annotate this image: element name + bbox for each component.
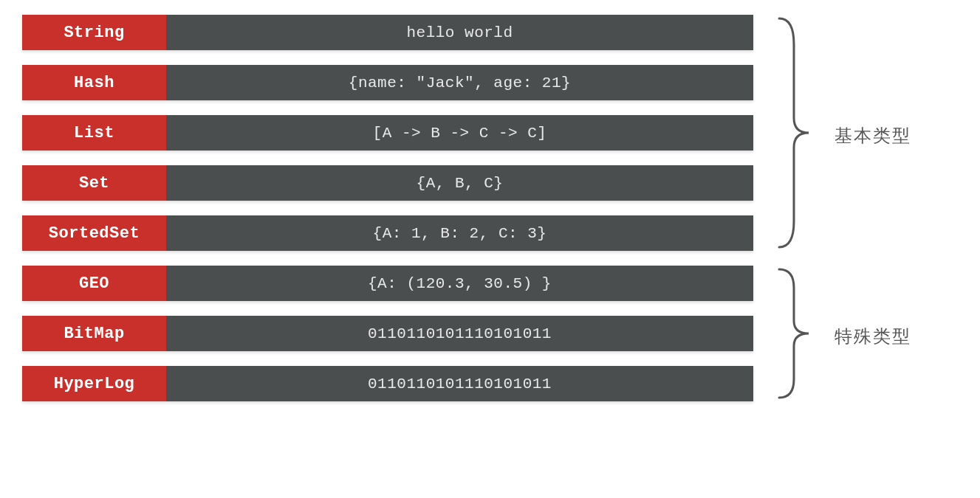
type-value: 0110110101110101011 bbox=[166, 316, 753, 351]
type-label: List bbox=[22, 115, 166, 151]
type-value: {A: 1, B: 2, C: 3} bbox=[166, 215, 753, 251]
table-row: List [A -> B -> C -> C] bbox=[22, 115, 753, 151]
data-type-rows: String hello world Hash {name: "Jack", a… bbox=[22, 15, 753, 401]
type-label: HyperLog bbox=[22, 366, 166, 401]
type-value: 0110110101110101011 bbox=[166, 366, 753, 401]
table-row: String hello world bbox=[22, 15, 753, 50]
type-label: Hash bbox=[22, 65, 166, 100]
table-row: GEO {A: (120.3, 30.5) } bbox=[22, 266, 753, 301]
table-row: HyperLog 0110110101110101011 bbox=[22, 366, 753, 401]
type-value: {name: "Jack", age: 21} bbox=[166, 65, 753, 100]
group-label-basic: 基本类型 bbox=[835, 124, 911, 148]
type-label: Set bbox=[22, 165, 166, 201]
type-label: BitMap bbox=[22, 316, 166, 351]
type-value: hello world bbox=[166, 15, 753, 50]
type-label: SortedSet bbox=[22, 215, 166, 251]
type-label: String bbox=[22, 15, 166, 50]
type-value: {A: (120.3, 30.5) } bbox=[166, 266, 753, 301]
brace-icon bbox=[775, 266, 812, 401]
group-label-special: 特殊类型 bbox=[835, 325, 911, 348]
table-row: SortedSet {A: 1, B: 2, C: 3} bbox=[22, 215, 753, 251]
table-row: Set {A, B, C} bbox=[22, 165, 753, 201]
diagram-container: String hello world Hash {name: "Jack", a… bbox=[0, 0, 980, 416]
type-value: {A, B, C} bbox=[166, 165, 753, 201]
annotations-panel: 基本类型 特殊类型 bbox=[753, 15, 958, 401]
type-value: [A -> B -> C -> C] bbox=[166, 115, 753, 151]
table-row: BitMap 0110110101110101011 bbox=[22, 316, 753, 351]
table-row: Hash {name: "Jack", age: 21} bbox=[22, 65, 753, 100]
brace-icon bbox=[775, 15, 812, 251]
type-label: GEO bbox=[22, 266, 166, 301]
